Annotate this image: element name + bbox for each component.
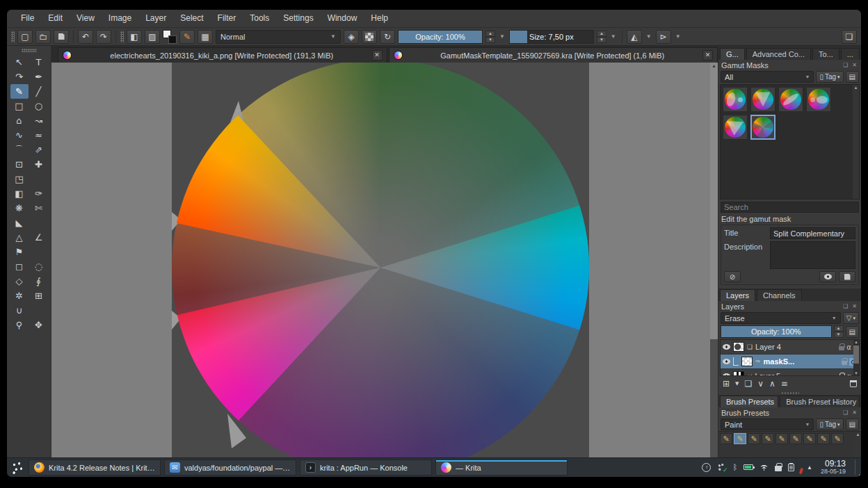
wraparound-button[interactable]: ⊳ (656, 30, 671, 44)
tool-zoom[interactable]: ⚲ (10, 318, 29, 332)
layer-name[interactable]: Layer 5 (755, 372, 837, 376)
tool-ellipse-select[interactable]: ◌ (30, 259, 48, 274)
docker-tab-tool-options[interactable]: To... (812, 48, 839, 60)
layer-opacity-spinner[interactable]: ▲▼ (834, 325, 844, 338)
fg-bg-color-swatches[interactable] (163, 30, 177, 44)
gamut-mask-shifted-triangle[interactable] (723, 115, 748, 140)
menu-file[interactable]: File (14, 10, 41, 27)
mask-grid-scrollbar[interactable]: ▲ (853, 85, 859, 199)
clipboard-tray-icon[interactable] (788, 464, 794, 471)
brush-preset-thumb[interactable]: ✎ (720, 433, 732, 444)
size-spinner[interactable]: ▲▼ (597, 31, 606, 43)
layer-name[interactable]: maskS... (764, 357, 839, 366)
tool-reference-images[interactable]: ⚑ (10, 245, 29, 259)
alpha-lock-icon[interactable]: α (846, 343, 851, 351)
alpha-lock-icon[interactable]: α (846, 373, 851, 377)
docker-float-close-icons[interactable]: ❏ ✕ (843, 303, 858, 309)
layer-list-scrollbar[interactable]: ▲ ▼ (853, 340, 859, 375)
wifi-tray-icon[interactable] (760, 464, 769, 471)
brush-preset-thumb[interactable]: ✎ (775, 433, 788, 444)
menu-layer[interactable]: Layer (138, 10, 173, 27)
clock[interactable]: 09:13 28-05-19 (819, 459, 846, 475)
tool-rect-select[interactable]: ◻ (10, 259, 29, 274)
menu-edit[interactable]: Edit (41, 10, 70, 27)
mirror-caret-icon[interactable]: ▼ (645, 33, 653, 40)
brush-filter-combo[interactable]: Paint ▼ (721, 418, 814, 430)
docker-tab-gamut[interactable]: G... (720, 48, 745, 60)
size-caret-icon[interactable]: ▼ (609, 33, 618, 40)
tool-polygon[interactable]: ⌂ (10, 113, 29, 128)
menu-select[interactable]: Select (173, 10, 210, 27)
lock-icon[interactable] (839, 346, 844, 350)
open-document-button[interactable]: 🗀 (35, 30, 51, 44)
opacity-spinner[interactable]: ▲▼ (485, 31, 495, 43)
gamut-filter-combo[interactable]: All ▼ (721, 71, 814, 83)
brush-preset-thumb[interactable]: ✎ (789, 433, 802, 444)
visibility-eye-icon[interactable] (723, 373, 730, 376)
docker-float-close-icons[interactable]: ❏ ✕ (843, 62, 858, 68)
tab-channels[interactable]: Channels (757, 289, 801, 301)
menu-window[interactable]: Window (321, 10, 364, 27)
brush-grid-scrollbar[interactable]: ▲ (855, 432, 861, 457)
layer-row-mask-selected[interactable]: ✑ maskS... α (721, 355, 859, 369)
tool-pan[interactable]: ✥ (30, 318, 48, 332)
layer-blend-mode-combo[interactable]: Erase ▼ (721, 312, 841, 324)
layer-thumbnail[interactable] (733, 342, 744, 352)
tool-bezier-curve[interactable]: ∿ (10, 128, 29, 143)
tool-similar-select[interactable]: ⊞ (30, 288, 48, 303)
scrollbar-handle[interactable] (710, 63, 718, 339)
tool-measure[interactable]: ∠ (30, 230, 48, 245)
tool-freehand-path[interactable]: ≈ (30, 128, 48, 143)
brush-preset-thumb[interactable]: ✎ (762, 433, 774, 444)
brush-preset-thumb[interactable]: ✎ (831, 433, 844, 444)
tool-text[interactable]: T (30, 55, 48, 70)
toolbar-grip-2[interactable] (120, 31, 124, 42)
scrollbar-up-icon[interactable]: ▲ (853, 86, 859, 90)
lock-icon[interactable] (839, 375, 844, 376)
wraparound-caret-icon[interactable]: ▼ (674, 33, 682, 40)
tab-brush-preset-history[interactable]: Brush Preset History (780, 396, 860, 407)
brush-preset-thumb[interactable]: ✎ (748, 433, 760, 444)
gamut-mask-complementary[interactable] (778, 87, 803, 112)
mask-search-input[interactable] (721, 202, 859, 213)
app-launcher-icon[interactable] (10, 460, 25, 475)
brush-tag-button[interactable]: ▯ Tag ▾ (816, 418, 843, 430)
visibility-eye-icon[interactable] (723, 344, 730, 350)
battery-tray-icon[interactable] (744, 464, 753, 470)
bluetooth-tray-icon[interactable]: ᛒ (732, 464, 737, 471)
tab-document-2[interactable]: GamutMaskTemplate_1559027569.kra [Write … (389, 47, 718, 63)
docker-tab-advanced-color[interactable]: Advanced Co... (746, 48, 811, 60)
opacity-caret-icon[interactable]: ▼ (498, 33, 506, 40)
tool-crop[interactable]: ◳ (10, 172, 29, 186)
menu-settings[interactable]: Settings (276, 10, 320, 27)
close-icon[interactable]: ✕ (702, 50, 713, 60)
show-desktop-button[interactable] (855, 459, 858, 475)
canvas-document[interactable] (172, 63, 589, 457)
layer-opacity-slider[interactable]: Opacity: 100% (721, 325, 832, 338)
gamut-mask-split-complementary[interactable] (750, 115, 775, 140)
layer-thumbnail[interactable] (741, 357, 753, 366)
layer-row-layer4[interactable]: ❏ Layer 4 α ≡ (721, 340, 859, 355)
background-color[interactable] (168, 35, 177, 44)
tool-calligraphy[interactable]: ✒ (30, 70, 48, 84)
menu-image[interactable]: Image (102, 10, 138, 27)
tool-ellipse[interactable]: ○ (30, 99, 48, 113)
tool-select-shapes[interactable]: ↖ (10, 55, 29, 70)
tool-dynamic-brush[interactable]: ⌒ (10, 143, 29, 157)
scrollbar-handle[interactable] (853, 345, 859, 364)
lock-tray-icon[interactable] (775, 466, 782, 471)
tool-polygonal-select[interactable]: ◇ (10, 274, 29, 288)
layer-properties-button[interactable]: ≡ (781, 379, 788, 389)
scrollbar-up-icon[interactable]: ▲ (710, 63, 718, 68)
updates-tray-icon[interactable]: ↑ (702, 463, 711, 472)
tool-contiguous-select[interactable]: ✲ (10, 288, 29, 303)
preview-mask-button[interactable] (819, 271, 836, 282)
cancel-mask-button[interactable]: ⊘ (724, 271, 741, 282)
toolbox-grip[interactable] (22, 49, 37, 52)
tool-multibrush[interactable]: ⇗ (30, 143, 48, 157)
move-layer-down-button[interactable]: ∨ (757, 379, 764, 389)
task-kmail[interactable]: ✉ valdyas/foundation/paypal — KM... (164, 459, 296, 475)
redo-button[interactable]: ↷ (96, 30, 111, 44)
save-button[interactable] (54, 30, 69, 44)
scrollbar-up-icon[interactable]: ▲ (853, 340, 859, 344)
